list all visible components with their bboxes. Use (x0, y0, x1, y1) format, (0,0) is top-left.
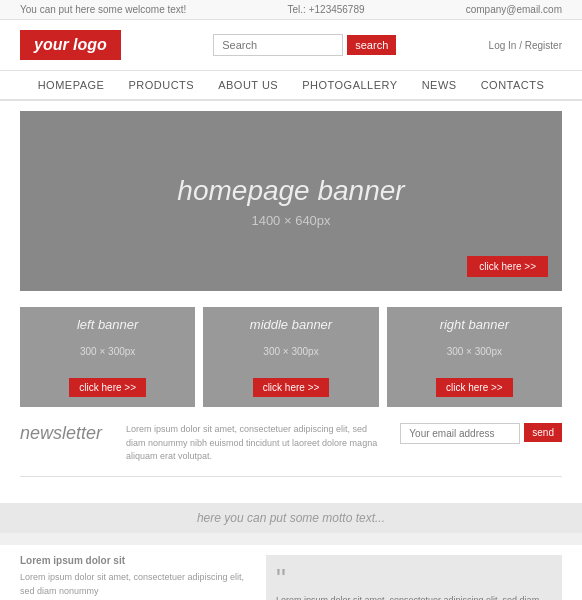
search-area: search (213, 34, 396, 56)
right-banner: right banner 300 × 300px click here >> (387, 307, 562, 407)
email-text: company@email.com (466, 4, 562, 15)
left-banner-title: left banner (77, 317, 138, 332)
left-banner-btn[interactable]: click here >> (69, 378, 146, 397)
nav-item-contacts[interactable]: CONTACTS (481, 79, 545, 91)
newsletter-label: newsletter (20, 423, 110, 444)
left-banner: left banner 300 × 300px click here >> (20, 307, 195, 407)
nav-item-news[interactable]: NEWS (422, 79, 457, 91)
middle-banner: middle banner 300 × 300px click here >> (203, 307, 378, 407)
newsletter-form: send (400, 423, 562, 444)
search-button[interactable]: search (347, 35, 396, 55)
middle-banner-size: 300 × 300px (263, 346, 318, 357)
main-content: homepage banner 1400 × 640px click here … (0, 101, 582, 503)
newsletter-section: newsletter Lorem ipsum dolor sit amet, c… (20, 423, 562, 477)
right-banner-title: right banner (440, 317, 509, 332)
content-right: " Lorem ipsum dolor sit amet, consectetu… (266, 555, 562, 601)
left-banner-size: 300 × 300px (80, 346, 135, 357)
content-left: Lorem ipsum dolor sit Lorem ipsum dolor … (20, 555, 250, 601)
search-input[interactable] (213, 34, 343, 56)
email-input[interactable] (400, 423, 520, 444)
content-right-body: Lorem ipsum dolor sit amet, consectetuer… (276, 593, 552, 601)
homepage-banner: homepage banner 1400 × 640px click here … (20, 111, 562, 291)
nav-item-homepage[interactable]: HOMEPAGE (38, 79, 105, 91)
right-banner-btn[interactable]: click here >> (436, 378, 513, 397)
motto-bar: here you can put some motto text... (0, 503, 582, 533)
nav-item-about[interactable]: ABOUT US (218, 79, 278, 91)
content-section: Lorem ipsum dolor sit Lorem ipsum dolor … (0, 545, 582, 601)
content-left-heading: Lorem ipsum dolor sit (20, 555, 250, 566)
homepage-banner-size: 1400 × 640px (251, 213, 330, 228)
main-nav: HOMEPAGE PRODUCTS ABOUT US PHOTOGALLERY … (0, 71, 582, 101)
top-bar: You can put here some welcome text! Tel.… (0, 0, 582, 20)
send-button[interactable]: send (524, 423, 562, 442)
content-left-p1: Lorem ipsum dolor sit amet, consectetuer… (20, 570, 250, 599)
middle-banner-title: middle banner (250, 317, 332, 332)
tel-text: Tel.: +123456789 (288, 4, 365, 15)
logo: your logo (20, 30, 121, 60)
quote-open: " (276, 565, 552, 593)
motto-text: here you can put some motto text... (197, 511, 385, 525)
nav-item-photogallery[interactable]: PHOTOGALLERY (302, 79, 397, 91)
homepage-banner-btn[interactable]: click here >> (467, 256, 548, 277)
login-link[interactable]: Log In / Register (489, 40, 562, 51)
content-row: Lorem ipsum dolor sit Lorem ipsum dolor … (20, 555, 562, 601)
newsletter-text: Lorem ipsum dolor sit amet, consectetuer… (126, 423, 384, 464)
middle-banner-btn[interactable]: click here >> (253, 378, 330, 397)
header: your logo search Log In / Register (0, 20, 582, 71)
right-banner-size: 300 × 300px (447, 346, 502, 357)
welcome-text: You can put here some welcome text! (20, 4, 186, 15)
nav-item-products[interactable]: PRODUCTS (128, 79, 194, 91)
banners-row: left banner 300 × 300px click here >> mi… (20, 307, 562, 407)
homepage-banner-title: homepage banner (177, 175, 404, 207)
